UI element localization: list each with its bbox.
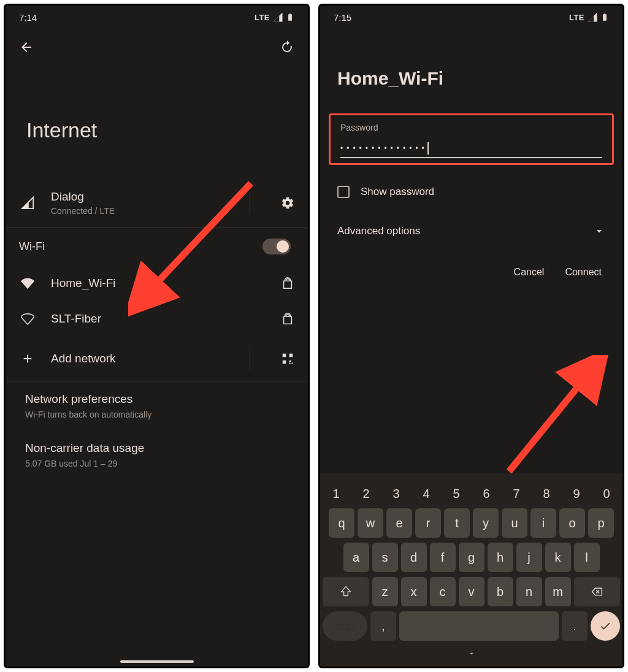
key-0[interactable]: 0 bbox=[593, 484, 620, 503]
key-1[interactable]: 1 bbox=[323, 484, 350, 503]
chevron-down-icon bbox=[593, 225, 605, 237]
wifi-weak-icon bbox=[19, 312, 36, 326]
cancel-button[interactable]: Cancel bbox=[514, 267, 545, 278]
annotation-arrow bbox=[503, 355, 613, 478]
svg-line-3 bbox=[509, 373, 589, 472]
clock: 7:14 bbox=[19, 12, 37, 23]
refresh-button[interactable] bbox=[280, 40, 294, 57]
signal-label: LTE bbox=[569, 13, 584, 22]
key-k[interactable]: k bbox=[545, 543, 571, 572]
key-w[interactable]: w bbox=[358, 508, 383, 538]
keyboard-collapse-handle[interactable] bbox=[323, 646, 620, 660]
carrier-status: Connected / LTE bbox=[51, 206, 235, 216]
key-d[interactable]: d bbox=[401, 543, 427, 572]
add-network-label: Add network bbox=[51, 352, 235, 365]
advanced-options-row[interactable]: Advanced options bbox=[320, 207, 622, 256]
key-3[interactable]: 3 bbox=[383, 484, 410, 503]
checkbox-unchecked-icon[interactable] bbox=[337, 186, 350, 198]
symbols-key[interactable]: ?123 bbox=[323, 611, 367, 641]
key-o[interactable]: o bbox=[559, 508, 585, 538]
password-highlight-box: Password •••••••••••••• bbox=[329, 113, 614, 165]
key-f[interactable]: f bbox=[430, 543, 456, 572]
status-bar: 7:14 LTE bbox=[6, 6, 308, 25]
key-t[interactable]: t bbox=[444, 508, 470, 538]
battery-icon bbox=[600, 12, 609, 23]
divider bbox=[250, 192, 250, 214]
show-password-label: Show password bbox=[361, 186, 434, 198]
key-l[interactable]: l bbox=[574, 543, 600, 572]
clock: 7:15 bbox=[334, 12, 351, 23]
key-n[interactable]: n bbox=[516, 577, 542, 606]
usage-sub: 5.07 GB used Jul 1 – 29 bbox=[25, 459, 288, 468]
key-9[interactable]: 9 bbox=[563, 484, 590, 503]
advanced-options-label: Advanced options bbox=[337, 225, 420, 237]
network-ssid: Home_Wi-Fi bbox=[51, 277, 258, 290]
backspace-key[interactable] bbox=[574, 577, 621, 606]
comma-key[interactable]: , bbox=[370, 611, 396, 641]
wifi-toggle[interactable] bbox=[262, 239, 291, 254]
key-4[interactable]: 4 bbox=[413, 484, 440, 503]
key-u[interactable]: u bbox=[502, 508, 527, 538]
signal-icon bbox=[587, 12, 598, 23]
key-p[interactable]: p bbox=[588, 508, 614, 538]
key-5[interactable]: 5 bbox=[443, 484, 470, 503]
key-x[interactable]: x bbox=[401, 577, 427, 606]
key-8[interactable]: 8 bbox=[533, 484, 560, 503]
wifi-section-label: Wi-Fi bbox=[19, 240, 45, 253]
connect-button[interactable]: Connect bbox=[565, 267, 602, 278]
key-b[interactable]: b bbox=[488, 577, 513, 606]
key-h[interactable]: h bbox=[488, 543, 513, 572]
shift-icon bbox=[340, 586, 352, 598]
key-m[interactable]: m bbox=[545, 577, 571, 606]
key-r[interactable]: r bbox=[415, 508, 441, 538]
enter-key[interactable] bbox=[591, 611, 620, 641]
prefs-title: Network preferences bbox=[25, 392, 288, 406]
network-ssid: SLT-Fiber bbox=[51, 312, 258, 326]
add-network-row[interactable]: Add network bbox=[6, 337, 308, 381]
carrier-name: Dialog bbox=[51, 190, 235, 204]
dialog-ssid-title: Home_Wi-Fi bbox=[320, 25, 622, 113]
text-cursor bbox=[427, 142, 429, 155]
lock-icon bbox=[272, 312, 294, 326]
signal-icon bbox=[272, 12, 283, 23]
plus-icon bbox=[19, 352, 36, 365]
password-input[interactable]: •••••••••••••• bbox=[340, 142, 602, 158]
carrier-row[interactable]: Dialog Connected / LTE bbox=[6, 179, 308, 227]
network-row-home[interactable]: Home_Wi-Fi bbox=[6, 265, 308, 301]
data-usage-row[interactable]: Non-carrier data usage 5.07 GB used Jul … bbox=[6, 430, 308, 479]
key-y[interactable]: y bbox=[473, 508, 499, 538]
key-7[interactable]: 7 bbox=[503, 484, 530, 503]
key-z[interactable]: z bbox=[372, 577, 398, 606]
backspace-icon bbox=[589, 586, 604, 598]
key-c[interactable]: c bbox=[430, 577, 456, 606]
password-mask: •••••••••••••• bbox=[340, 144, 428, 153]
network-preferences-row[interactable]: Network preferences Wi-Fi turns back on … bbox=[6, 381, 308, 430]
key-6[interactable]: 6 bbox=[473, 484, 500, 503]
key-e[interactable]: e bbox=[386, 508, 412, 538]
soft-keyboard: 1 2 3 4 5 6 7 8 9 0 q w e r t y u i o p … bbox=[320, 473, 622, 666]
period-key[interactable]: . bbox=[562, 611, 588, 641]
network-row-slt[interactable]: SLT-Fiber bbox=[6, 301, 308, 337]
key-g[interactable]: g bbox=[459, 543, 484, 572]
key-2[interactable]: 2 bbox=[353, 484, 380, 503]
status-bar: 7:15 LTE bbox=[320, 6, 622, 25]
key-v[interactable]: v bbox=[459, 577, 484, 606]
show-password-row[interactable]: Show password bbox=[320, 165, 622, 207]
back-button[interactable] bbox=[19, 40, 34, 57]
key-j[interactable]: j bbox=[516, 543, 542, 572]
key-i[interactable]: i bbox=[530, 508, 556, 538]
key-q[interactable]: q bbox=[329, 508, 354, 538]
key-s[interactable]: s bbox=[372, 543, 398, 572]
lock-icon bbox=[272, 277, 294, 290]
shift-key[interactable] bbox=[323, 577, 369, 606]
check-icon bbox=[599, 620, 611, 632]
spacebar-key[interactable] bbox=[399, 611, 559, 641]
carrier-settings-button[interactable] bbox=[272, 196, 294, 210]
password-label: Password bbox=[340, 123, 602, 132]
key-a[interactable]: a bbox=[343, 543, 369, 572]
chevron-down-icon bbox=[465, 649, 478, 658]
wifi-icon bbox=[19, 277, 36, 290]
screenshot-left: 7:14 LTE Internet Dialog Connected / LTE… bbox=[4, 4, 310, 668]
qr-scan-button[interactable] bbox=[272, 352, 294, 365]
usage-title: Non-carrier data usage bbox=[25, 441, 288, 455]
